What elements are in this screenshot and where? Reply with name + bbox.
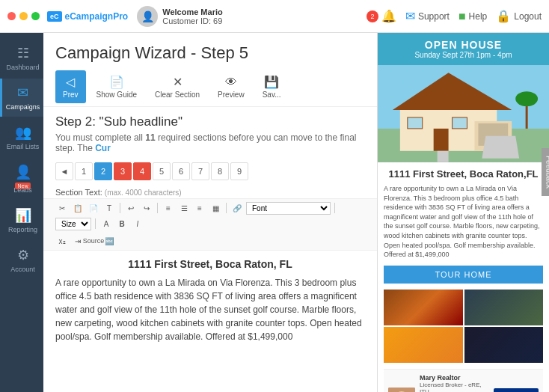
ed-redo[interactable]: ↪ xyxy=(140,201,153,215)
top-nav: 2 🔔 ✉ Support ■ Help 🔒 Logout xyxy=(366,9,542,23)
editor-toolbar: ✂ 📋 📄 T ↩ ↪ ≡ ☰ ≡ ▦ 🔗 Font Arial Times N… xyxy=(43,198,377,251)
customer-id: Customer ID: 69 xyxy=(162,16,222,25)
ed-subscript[interactable]: x₂ xyxy=(55,234,69,248)
photo-1 xyxy=(384,290,463,325)
ed-sep-3 xyxy=(226,203,227,213)
svg-rect-8 xyxy=(453,117,467,129)
ed-copy[interactable]: 📋 xyxy=(71,201,85,215)
clear-section-button[interactable]: ✕ Clear Section xyxy=(147,70,207,103)
page-2[interactable]: 2 xyxy=(94,162,112,180)
minimize-button[interactable] xyxy=(19,12,28,20)
user-details: Welcome Mario Customer ID: 69 xyxy=(162,7,223,25)
help-icon: ■ xyxy=(458,10,466,23)
photo-2 xyxy=(464,290,544,325)
bell-icon: 🔔 xyxy=(381,9,396,23)
preview-address: 1111 First Street, Boca Raton,FL xyxy=(384,168,543,180)
agent-info: Mary Realtor Licensed Broker - eRE, ITU … xyxy=(420,374,489,392)
maximize-button[interactable] xyxy=(31,12,40,20)
editor-content[interactable]: 1111 First Street, Boca Raton, FL A rare… xyxy=(43,251,377,392)
lock-icon: 🔒 xyxy=(496,9,511,23)
sidebar-label-email-lists: Email Lists xyxy=(7,143,40,150)
pagination-prev[interactable]: ◄ xyxy=(55,162,73,180)
sidebar-item-leads[interactable]: 👤 New Leads xyxy=(0,158,43,200)
ed-table[interactable]: ▦ xyxy=(209,201,222,215)
logout-link[interactable]: 🔒 Logout xyxy=(496,9,542,23)
email-lists-icon: 👥 xyxy=(15,124,31,141)
preview-description: A rare opportunity to own a La Mirada on… xyxy=(384,184,543,260)
ed-link[interactable]: 🔗 xyxy=(230,201,244,215)
sidebar-item-reporting[interactable]: 📊 Reporting xyxy=(0,201,43,239)
ed-undo[interactable]: ↩ xyxy=(124,201,138,215)
svg-rect-12 xyxy=(438,151,449,162)
tour-home-button[interactable]: TOUR HOME xyxy=(384,266,543,284)
page-7[interactable]: 7 xyxy=(191,162,209,180)
ed-font-color[interactable]: A xyxy=(99,217,113,230)
page-8[interactable]: 8 xyxy=(211,162,229,180)
preview-icon: 👁 xyxy=(225,76,237,89)
clear-icon: ✕ xyxy=(173,75,183,89)
sidebar-item-account[interactable]: ⚙ Account xyxy=(0,241,43,279)
svg-rect-7 xyxy=(408,117,423,129)
show-guide-button[interactable]: 📄 Show Guide xyxy=(89,70,144,103)
ed-spell[interactable]: 🔤 xyxy=(102,234,116,248)
wizard-toolbar: ◁ Prev 📄 Show Guide ✕ Clear Section 👁 Pr… xyxy=(43,67,377,107)
page-9[interactable]: 9 xyxy=(230,162,248,180)
save-button[interactable]: 💾 Sav... xyxy=(255,70,289,103)
page-5[interactable]: 5 xyxy=(153,162,171,180)
ed-paste-text[interactable]: T xyxy=(102,201,116,215)
ed-italic[interactable]: I xyxy=(131,217,144,230)
preview-house-image xyxy=(378,65,549,162)
ed-sep-1 xyxy=(120,203,120,213)
reporting-icon: 📊 xyxy=(15,207,31,224)
ed-align-center[interactable]: ☰ xyxy=(177,201,191,215)
notification-badge: 2 xyxy=(366,10,378,22)
preview-body: 1111 First Street, Boca Raton,FL A rare … xyxy=(378,162,549,392)
font-size-select[interactable]: Size 10 12 14 xyxy=(55,218,91,230)
prev-button[interactable]: ◁ Prev xyxy=(55,70,86,103)
notifications-button[interactable]: 2 🔔 xyxy=(366,9,396,23)
sidebar: ☷ Dashboard ✉ Campaigns 👥 Email Lists 👤 … xyxy=(0,33,43,392)
ed-paste[interactable]: 📄 xyxy=(87,201,100,215)
preview-header-subtitle: Sunday Sept 27th 1pm - 4pm xyxy=(384,51,543,59)
ed-cut[interactable]: ✂ xyxy=(55,201,69,215)
page-1[interactable]: 1 xyxy=(75,162,93,180)
sidebar-item-dashboard[interactable]: ☷ Dashboard xyxy=(0,39,43,77)
prev-icon: ◁ xyxy=(66,75,75,89)
show-guide-label: Show Guide xyxy=(96,91,137,99)
page-4[interactable]: 4 xyxy=(133,162,151,180)
support-label: Support xyxy=(418,11,450,22)
help-label: Help xyxy=(469,11,488,22)
svg-rect-13 xyxy=(388,388,415,392)
cursor-text: Cur xyxy=(95,143,111,153)
sidebar-label-account: Account xyxy=(10,266,35,273)
svg-marker-11 xyxy=(482,136,519,159)
campaigns-icon: ✉ xyxy=(17,85,28,101)
close-button[interactable] xyxy=(7,12,16,20)
logo-icon: eC xyxy=(47,11,62,22)
sidebar-label-leads: Leads xyxy=(13,186,32,194)
photo-4 xyxy=(464,327,544,363)
user-name: Welcome Mario xyxy=(162,7,223,16)
preview-button[interactable]: 👁 Preview xyxy=(210,71,252,103)
ed-source[interactable]: Source xyxy=(87,234,100,248)
section-text-label: Section Text: xyxy=(55,188,102,197)
support-link[interactable]: ✉ Support xyxy=(405,9,450,23)
font-family-select[interactable]: Font Arial Times New Roman xyxy=(246,202,331,215)
feedback-tab[interactable]: Feedback xyxy=(542,148,550,196)
step-title: Step 2: "Sub headline" xyxy=(55,114,365,129)
sidebar-item-email-lists[interactable]: 👥 Email Lists xyxy=(0,118,43,156)
sidebar-item-campaigns[interactable]: ✉ Campaigns xyxy=(0,79,43,117)
leads-icon: 👤 xyxy=(15,164,31,180)
help-link[interactable]: ■ Help xyxy=(458,10,487,23)
editor-body: A rare opportunity to own a La Mirada on… xyxy=(55,276,365,343)
content-area: Campaign Wizard - Step 5 ◁ Prev 📄 Show G… xyxy=(43,33,377,392)
preview-agent: Mary Realtor Licensed Broker - eRE, ITU … xyxy=(384,369,543,392)
ed-align-left[interactable]: ≡ xyxy=(162,201,175,215)
page-3[interactable]: 3 xyxy=(114,162,132,180)
ed-bold[interactable]: B xyxy=(115,217,129,230)
ed-align-right[interactable]: ≡ xyxy=(193,201,206,215)
agent-photo xyxy=(388,388,415,392)
sidebar-label-dashboard: Dashboard xyxy=(6,64,39,71)
step-info: Step 2: "Sub headline" You must complete… xyxy=(43,107,377,158)
page-6[interactable]: 6 xyxy=(172,162,190,180)
